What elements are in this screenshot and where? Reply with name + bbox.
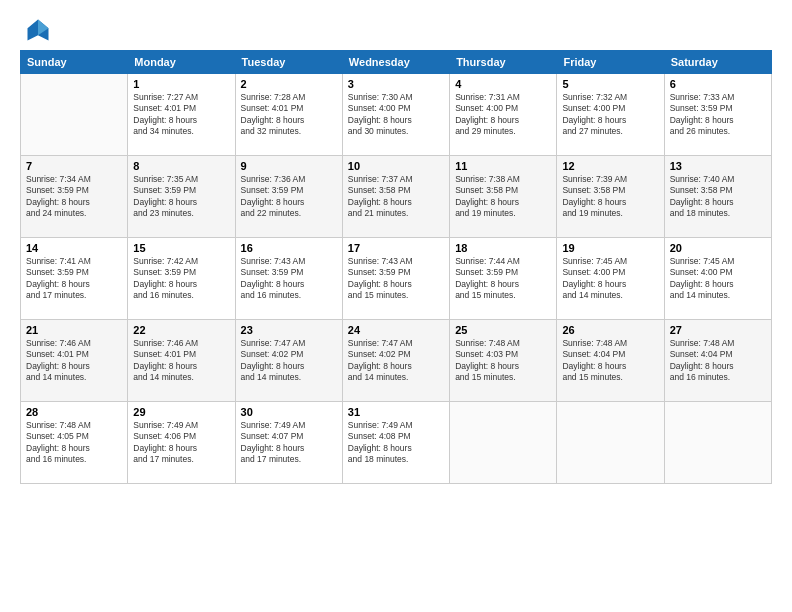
day-info: Sunrise: 7:45 AMSunset: 4:00 PMDaylight:…: [670, 256, 766, 302]
day-header-monday: Monday: [128, 51, 235, 74]
day-info: Sunrise: 7:30 AMSunset: 4:00 PMDaylight:…: [348, 92, 444, 138]
day-number: 25: [455, 324, 551, 336]
day-info: Sunrise: 7:36 AMSunset: 3:59 PMDaylight:…: [241, 174, 337, 220]
calendar-cell: 9Sunrise: 7:36 AMSunset: 3:59 PMDaylight…: [235, 156, 342, 238]
day-number: 14: [26, 242, 122, 254]
header: [20, 16, 772, 40]
day-info: Sunrise: 7:34 AMSunset: 3:59 PMDaylight:…: [26, 174, 122, 220]
calendar-cell: 16Sunrise: 7:43 AMSunset: 3:59 PMDayligh…: [235, 238, 342, 320]
day-info: Sunrise: 7:48 AMSunset: 4:04 PMDaylight:…: [562, 338, 658, 384]
day-number: 18: [455, 242, 551, 254]
day-info: Sunrise: 7:48 AMSunset: 4:03 PMDaylight:…: [455, 338, 551, 384]
day-number: 1: [133, 78, 229, 90]
day-number: 22: [133, 324, 229, 336]
calendar-cell: 31Sunrise: 7:49 AMSunset: 4:08 PMDayligh…: [342, 402, 449, 484]
day-info: Sunrise: 7:40 AMSunset: 3:58 PMDaylight:…: [670, 174, 766, 220]
calendar-page: SundayMondayTuesdayWednesdayThursdayFrid…: [0, 0, 792, 612]
calendar-header: SundayMondayTuesdayWednesdayThursdayFrid…: [21, 51, 772, 74]
calendar-week-4: 21Sunrise: 7:46 AMSunset: 4:01 PMDayligh…: [21, 320, 772, 402]
calendar-cell: 13Sunrise: 7:40 AMSunset: 3:58 PMDayligh…: [664, 156, 771, 238]
day-number: 3: [348, 78, 444, 90]
day-info: Sunrise: 7:28 AMSunset: 4:01 PMDaylight:…: [241, 92, 337, 138]
day-number: 29: [133, 406, 229, 418]
calendar-table: SundayMondayTuesdayWednesdayThursdayFrid…: [20, 50, 772, 484]
day-number: 23: [241, 324, 337, 336]
day-header-thursday: Thursday: [450, 51, 557, 74]
day-number: 24: [348, 324, 444, 336]
day-info: Sunrise: 7:31 AMSunset: 4:00 PMDaylight:…: [455, 92, 551, 138]
day-info: Sunrise: 7:35 AMSunset: 3:59 PMDaylight:…: [133, 174, 229, 220]
calendar-week-3: 14Sunrise: 7:41 AMSunset: 3:59 PMDayligh…: [21, 238, 772, 320]
calendar-week-2: 7Sunrise: 7:34 AMSunset: 3:59 PMDaylight…: [21, 156, 772, 238]
day-header-saturday: Saturday: [664, 51, 771, 74]
calendar-cell: 23Sunrise: 7:47 AMSunset: 4:02 PMDayligh…: [235, 320, 342, 402]
day-number: 4: [455, 78, 551, 90]
calendar-cell: 5Sunrise: 7:32 AMSunset: 4:00 PMDaylight…: [557, 74, 664, 156]
calendar-body: 1Sunrise: 7:27 AMSunset: 4:01 PMDaylight…: [21, 74, 772, 484]
day-number: 19: [562, 242, 658, 254]
day-number: 20: [670, 242, 766, 254]
calendar-week-1: 1Sunrise: 7:27 AMSunset: 4:01 PMDaylight…: [21, 74, 772, 156]
calendar-cell: 27Sunrise: 7:48 AMSunset: 4:04 PMDayligh…: [664, 320, 771, 402]
calendar-week-5: 28Sunrise: 7:48 AMSunset: 4:05 PMDayligh…: [21, 402, 772, 484]
day-number: 26: [562, 324, 658, 336]
day-info: Sunrise: 7:47 AMSunset: 4:02 PMDaylight:…: [348, 338, 444, 384]
calendar-cell: 22Sunrise: 7:46 AMSunset: 4:01 PMDayligh…: [128, 320, 235, 402]
day-info: Sunrise: 7:39 AMSunset: 3:58 PMDaylight:…: [562, 174, 658, 220]
calendar-cell: 1Sunrise: 7:27 AMSunset: 4:01 PMDaylight…: [128, 74, 235, 156]
calendar-cell: 8Sunrise: 7:35 AMSunset: 3:59 PMDaylight…: [128, 156, 235, 238]
day-info: Sunrise: 7:49 AMSunset: 4:08 PMDaylight:…: [348, 420, 444, 466]
day-number: 28: [26, 406, 122, 418]
day-number: 16: [241, 242, 337, 254]
calendar-cell: 18Sunrise: 7:44 AMSunset: 3:59 PMDayligh…: [450, 238, 557, 320]
day-info: Sunrise: 7:33 AMSunset: 3:59 PMDaylight:…: [670, 92, 766, 138]
day-number: 13: [670, 160, 766, 172]
day-info: Sunrise: 7:46 AMSunset: 4:01 PMDaylight:…: [133, 338, 229, 384]
day-header-wednesday: Wednesday: [342, 51, 449, 74]
day-number: 31: [348, 406, 444, 418]
calendar-cell: 14Sunrise: 7:41 AMSunset: 3:59 PMDayligh…: [21, 238, 128, 320]
calendar-cell: [664, 402, 771, 484]
logo-icon: [24, 16, 52, 44]
calendar-cell: 2Sunrise: 7:28 AMSunset: 4:01 PMDaylight…: [235, 74, 342, 156]
day-number: 8: [133, 160, 229, 172]
day-info: Sunrise: 7:43 AMSunset: 3:59 PMDaylight:…: [348, 256, 444, 302]
calendar-cell: 17Sunrise: 7:43 AMSunset: 3:59 PMDayligh…: [342, 238, 449, 320]
day-number: 17: [348, 242, 444, 254]
day-info: Sunrise: 7:49 AMSunset: 4:06 PMDaylight:…: [133, 420, 229, 466]
calendar-cell: 4Sunrise: 7:31 AMSunset: 4:00 PMDaylight…: [450, 74, 557, 156]
calendar-cell: 12Sunrise: 7:39 AMSunset: 3:58 PMDayligh…: [557, 156, 664, 238]
day-info: Sunrise: 7:38 AMSunset: 3:58 PMDaylight:…: [455, 174, 551, 220]
day-info: Sunrise: 7:41 AMSunset: 3:59 PMDaylight:…: [26, 256, 122, 302]
day-info: Sunrise: 7:32 AMSunset: 4:00 PMDaylight:…: [562, 92, 658, 138]
day-number: 21: [26, 324, 122, 336]
calendar-cell: 6Sunrise: 7:33 AMSunset: 3:59 PMDaylight…: [664, 74, 771, 156]
day-info: Sunrise: 7:27 AMSunset: 4:01 PMDaylight:…: [133, 92, 229, 138]
day-number: 27: [670, 324, 766, 336]
calendar-cell: 28Sunrise: 7:48 AMSunset: 4:05 PMDayligh…: [21, 402, 128, 484]
calendar-cell: 19Sunrise: 7:45 AMSunset: 4:00 PMDayligh…: [557, 238, 664, 320]
day-header-friday: Friday: [557, 51, 664, 74]
calendar-cell: 29Sunrise: 7:49 AMSunset: 4:06 PMDayligh…: [128, 402, 235, 484]
calendar-cell: 7Sunrise: 7:34 AMSunset: 3:59 PMDaylight…: [21, 156, 128, 238]
calendar-cell: [21, 74, 128, 156]
day-info: Sunrise: 7:48 AMSunset: 4:04 PMDaylight:…: [670, 338, 766, 384]
day-number: 12: [562, 160, 658, 172]
day-number: 6: [670, 78, 766, 90]
day-number: 9: [241, 160, 337, 172]
calendar-cell: 20Sunrise: 7:45 AMSunset: 4:00 PMDayligh…: [664, 238, 771, 320]
calendar-cell: 26Sunrise: 7:48 AMSunset: 4:04 PMDayligh…: [557, 320, 664, 402]
day-info: Sunrise: 7:44 AMSunset: 3:59 PMDaylight:…: [455, 256, 551, 302]
calendar-cell: 30Sunrise: 7:49 AMSunset: 4:07 PMDayligh…: [235, 402, 342, 484]
day-number: 2: [241, 78, 337, 90]
logo: [20, 16, 52, 40]
calendar-cell: 25Sunrise: 7:48 AMSunset: 4:03 PMDayligh…: [450, 320, 557, 402]
calendar-cell: 10Sunrise: 7:37 AMSunset: 3:58 PMDayligh…: [342, 156, 449, 238]
calendar-cell: 11Sunrise: 7:38 AMSunset: 3:58 PMDayligh…: [450, 156, 557, 238]
calendar-cell: 15Sunrise: 7:42 AMSunset: 3:59 PMDayligh…: [128, 238, 235, 320]
calendar-cell: [450, 402, 557, 484]
calendar-cell: 3Sunrise: 7:30 AMSunset: 4:00 PMDaylight…: [342, 74, 449, 156]
day-number: 30: [241, 406, 337, 418]
day-number: 7: [26, 160, 122, 172]
calendar-cell: 24Sunrise: 7:47 AMSunset: 4:02 PMDayligh…: [342, 320, 449, 402]
